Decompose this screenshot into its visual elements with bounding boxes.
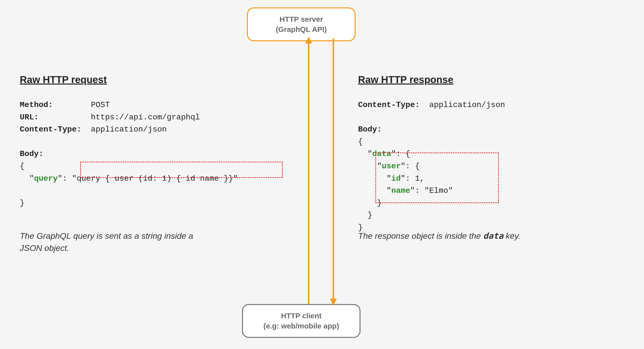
request-caption: The GraphQL query is sent as a string in… (20, 230, 208, 254)
request-ctype-label: Content-Type: (20, 125, 82, 134)
request-arrow-line (308, 38, 310, 304)
response-body-open: { (358, 137, 363, 146)
request-url-value: https://api.com/graphql (91, 113, 200, 122)
request-arrow-head-icon (305, 37, 312, 44)
request-method-label: Method: (20, 100, 53, 110)
server-line1: HTTP server (260, 14, 343, 25)
response-highlight-box (375, 153, 499, 203)
http-server-node: HTTP server (GraphQL API) (247, 8, 356, 41)
client-line1: HTTP client (255, 311, 348, 321)
response-caption-prefix: The response object is inside the (358, 231, 483, 240)
request-body-close: } (20, 198, 24, 208)
request-body-open: { (20, 162, 24, 171)
request-section-title: Raw HTTP request (20, 74, 107, 85)
http-client-node: HTTP client (e.g: web/mobile app) (242, 304, 360, 338)
response-body-label: Body: (358, 125, 382, 134)
request-highlight-box (80, 162, 283, 178)
diagram-canvas: HTTP server (GraphQL API) HTTP client (e… (0, 0, 644, 349)
request-url-label: URL: (20, 113, 39, 122)
response-caption: The response object is inside the data k… (358, 230, 520, 242)
response-caption-suffix: key. (503, 231, 520, 240)
response-caption-code: data (483, 231, 504, 241)
request-body-key: query (34, 174, 58, 183)
response-section-title: Raw HTTP response (358, 74, 453, 85)
response-arrow-head-icon (330, 298, 337, 305)
request-code-block: Method: POST URL: https://api.com/graphq… (20, 99, 238, 209)
response-ctype-value: application/json (429, 100, 505, 110)
client-line2: (e.g: web/mobile app) (255, 321, 348, 331)
server-line2: (GraphQL API) (260, 25, 343, 35)
request-method-value: POST (91, 100, 110, 110)
request-body-label: Body: (20, 149, 44, 158)
response-ctype-label: Content-Type: (358, 100, 420, 110)
response-arrow-line (332, 38, 334, 304)
request-ctype-value: application/json (91, 125, 167, 134)
